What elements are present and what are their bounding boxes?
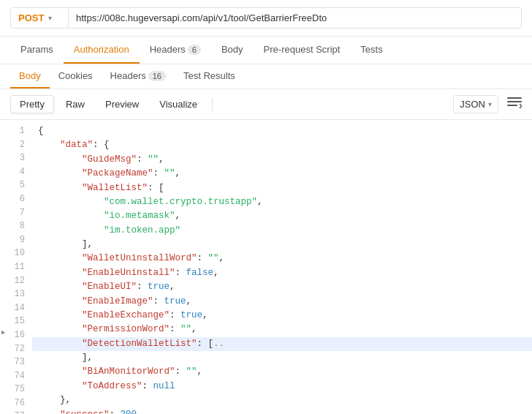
code-line: "WalletUninstallWord": "", — [32, 252, 532, 266]
code-line: "BiAnMonitorWord": "", — [32, 365, 532, 379]
svg-rect-1 — [507, 101, 522, 102]
subtab-headers[interactable]: Headers16 — [102, 64, 175, 89]
view-preview[interactable]: Preview — [96, 96, 148, 113]
code-line: "PermissionWord": "", — [32, 323, 532, 336]
line-number: 75 — [0, 383, 32, 396]
line-number: 76 — [0, 396, 32, 410]
line-number: 74 — [0, 369, 32, 383]
chevron-down-icon: ▾ — [488, 100, 492, 108]
line-number: 6 — [0, 192, 32, 206]
code-line: "ToAddress": null — [32, 380, 532, 394]
code-line: "success": 200, — [32, 408, 532, 415]
code-line: ], — [32, 238, 532, 252]
code-line: "GuideMsg": "", — [32, 153, 532, 167]
code-line: "data": { — [32, 138, 532, 152]
code-line: "EnableImage": true, — [32, 295, 532, 309]
wrap-icon[interactable] — [507, 97, 522, 112]
svg-rect-0 — [507, 97, 522, 99]
chevron-down-icon: ▾ — [48, 14, 52, 22]
line-number: 5 — [0, 178, 32, 192]
code-line: "EnableUI": true, — [32, 280, 532, 294]
code-line: ], — [32, 351, 532, 365]
line-number: 16 — [0, 328, 32, 342]
url-input[interactable]: https://008c.hugeversapi.com/api/v1/tool… — [69, 7, 522, 29]
tab-headers[interactable]: Headers6 — [140, 37, 211, 64]
view-pretty[interactable]: Pretty — [10, 95, 54, 113]
tab-authorization[interactable]: Authorization — [64, 37, 140, 64]
line-number: 2 — [0, 138, 32, 152]
tab-params[interactable]: Params — [10, 37, 64, 64]
code-line: "EnableExchange": true, — [32, 309, 532, 323]
code-line: "DetectionWalletList": [.. — [32, 337, 532, 351]
line-number: 12 — [0, 274, 32, 288]
code-line: "com.wallet.crypto.trustapp", — [32, 195, 532, 209]
nav-tabs: Params Authorization Headers6 Body Pre-r… — [0, 37, 532, 64]
view-visualize[interactable]: Visualize — [151, 96, 206, 113]
code-line: "io.metamask", — [32, 209, 532, 223]
line-number: 73 — [0, 355, 32, 369]
line-number: 8 — [0, 219, 32, 233]
format-selector[interactable]: JSON ▾ — [453, 95, 498, 113]
subtab-cookies[interactable]: Cookies — [50, 64, 102, 89]
code-line: { — [32, 124, 532, 138]
divider — [212, 98, 213, 111]
code-line: "PackageName": "", — [32, 167, 532, 181]
line-number: 14 — [0, 301, 32, 315]
code-line: "WalletList": [ — [32, 181, 532, 195]
tab-body[interactable]: Body — [211, 37, 254, 64]
sub-tabs: Body Cookies Headers16 Test Results — [0, 64, 532, 89]
subtab-test-results[interactable]: Test Results — [175, 64, 244, 89]
line-number: 72 — [0, 342, 32, 356]
line-number: 13 — [0, 287, 32, 301]
format-bar: Pretty Raw Preview Visualize JSON ▾ — [0, 89, 532, 120]
line-number: 1 — [0, 124, 32, 138]
code-area[interactable]: 1234567891011121314151672737475767778 { … — [0, 120, 532, 414]
line-number: 9 — [0, 233, 32, 247]
method-selector[interactable]: POST ▾ — [10, 7, 69, 29]
line-number: 4 — [0, 165, 32, 179]
svg-rect-2 — [507, 105, 517, 106]
format-label: JSON — [460, 99, 485, 110]
tab-tests[interactable]: Tests — [350, 37, 392, 64]
line-number: 7 — [0, 206, 32, 220]
line-number: 77 — [0, 410, 32, 414]
line-number: 3 — [0, 151, 32, 165]
code-line: "im.token.app" — [32, 224, 532, 238]
code-content: { "data": { "GuideMsg": "", "PackageName… — [32, 120, 532, 414]
tab-prerequest[interactable]: Pre-request Script — [254, 37, 351, 64]
line-numbers: 1234567891011121314151672737475767778 — [0, 120, 32, 414]
line-number: 11 — [0, 260, 32, 274]
code-line: }, — [32, 394, 532, 407]
code-line: "EnableUninstall": false, — [32, 266, 532, 280]
app-container: POST ▾ https://008c.hugeversapi.com/api/… — [0, 0, 532, 414]
view-raw[interactable]: Raw — [57, 96, 94, 113]
line-number: 15 — [0, 315, 32, 328]
url-bar: POST ▾ https://008c.hugeversapi.com/api/… — [0, 0, 532, 37]
subtab-body[interactable]: Body — [10, 64, 50, 89]
line-number: 10 — [0, 246, 32, 260]
method-label: POST — [18, 12, 44, 23]
